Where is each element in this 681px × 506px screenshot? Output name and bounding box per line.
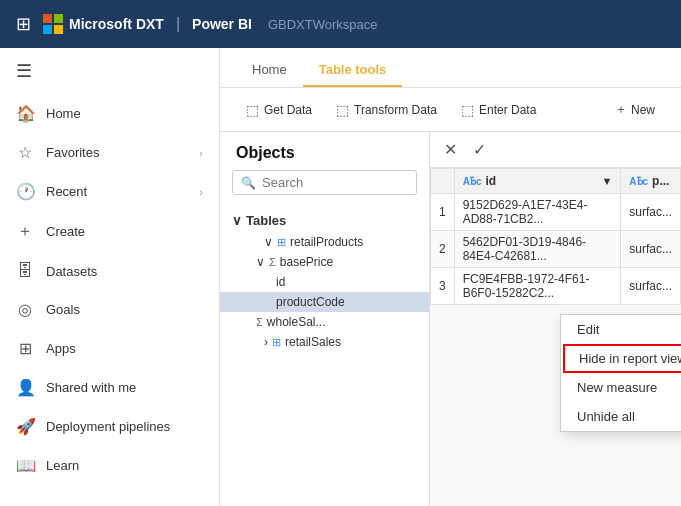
cell-id-3: FC9E4FBB-1972-4F61-B6F0-15282C2... [454,268,621,305]
sigma-icon-ws: Σ [256,316,263,328]
learn-icon: 📖 [16,456,34,475]
row-num: 3 [431,268,455,305]
new-button[interactable]: ＋ New [605,96,665,123]
transform-icon: ⬚ [336,102,349,118]
abc-icon-p: Aƀc [629,176,648,187]
apps-icon: ⊞ [16,339,34,358]
brand-name: Microsoft DXT [69,16,164,32]
tree-id[interactable]: id [220,272,429,292]
tree-retail-sales[interactable]: › ⊞ retailSales [220,332,429,352]
table-row: 3 FC9E4FBB-1972-4F61-B6F0-15282C2... sur… [431,268,681,305]
table-icon-rp: ⊞ [277,236,286,249]
base-price-label: basePrice [280,255,333,269]
deployment-icon: 🚀 [16,417,34,436]
datasets-icon: 🗄 [16,262,34,280]
shared-icon: 👤 [16,378,34,397]
context-menu: Edit Hide in report view New measure Unh… [560,314,681,432]
tree-product-code[interactable]: productCode [220,292,429,312]
panel-split: Objects 🔍 ∨ Tables ∨ ⊞ retailProducts [220,132,681,506]
chevron-right-icon-recent: › [199,186,203,198]
home-icon: 🏠 [16,104,34,123]
confirm-button[interactable]: ✓ [469,138,490,161]
tree-base-price[interactable]: ∨ Σ basePrice [220,252,429,272]
tree-wholesale[interactable]: Σ wholeSal... [220,312,429,332]
tree-section: ∨ Tables ∨ ⊞ retailProducts ∨ Σ basePric… [220,205,429,356]
sidebar-item-goals[interactable]: ◎ Goals [0,290,219,329]
chevron-down-icon-bp: ∨ [256,255,265,269]
enter-data-button[interactable]: ⬚ Enter Data [451,97,546,123]
main-layout: ☰ 🏠 Home ☆ Favorites › 🕐 Recent › ＋ Crea… [0,48,681,506]
sidebar-item-datasets[interactable]: 🗄 Datasets [0,252,219,290]
get-data-label: Get Data [264,103,312,117]
col-dropdown-icon[interactable]: ▼ [601,175,612,187]
tree-retail-products[interactable]: ∨ ⊞ retailProducts [220,232,429,252]
p-col-label: p... [652,174,669,188]
table-row: 1 9152D629-A1E7-43E4-AD88-71CB2... surfa… [431,194,681,231]
tables-label: Tables [246,213,286,228]
id-col-header[interactable]: Aƀc id ▼ [454,169,621,194]
sidebar-item-recent[interactable]: 🕐 Recent › [0,172,219,211]
sidebar-item-deployment[interactable]: 🚀 Deployment pipelines [0,407,219,446]
objects-search-container[interactable]: 🔍 [232,170,417,195]
toolbar: ⬚ Get Data ⬚ Transform Data ⬚ Enter Data… [220,88,681,132]
search-icon: 🔍 [241,176,256,190]
transform-label: Transform Data [354,103,437,117]
row-num-col [431,169,455,194]
transform-data-button[interactable]: ⬚ Transform Data [326,97,447,123]
new-plus-icon: ＋ [615,101,627,118]
context-new-measure[interactable]: New measure [561,373,681,402]
workspace-name: GBDXTWorkspace [268,17,378,32]
favorites-icon: ☆ [16,143,34,162]
sidebar-label-learn: Learn [46,458,79,473]
p-col-header[interactable]: Aƀc p... [621,169,681,194]
sidebar-item-learn[interactable]: 📖 Learn [0,446,219,485]
objects-panel: Objects 🔍 ∨ Tables ∨ ⊞ retailProducts [220,132,430,506]
goals-icon: ◎ [16,300,34,319]
search-input[interactable] [262,175,408,190]
sidebar-item-shared[interactable]: 👤 Shared with me [0,368,219,407]
objects-title: Objects [220,132,429,170]
context-unhide-all[interactable]: Unhide all [561,402,681,431]
sidebar-item-home[interactable]: 🏠 Home [0,94,219,133]
wholesale-label: wholeSal... [267,315,326,329]
sidebar-label-goals: Goals [46,302,80,317]
get-data-button[interactable]: ⬚ Get Data [236,97,322,123]
sidebar-label-favorites: Favorites [46,145,99,160]
new-label: New [631,103,655,117]
context-edit[interactable]: Edit [561,315,681,344]
close-button[interactable]: ✕ [440,138,461,161]
row-num: 1 [431,194,455,231]
sidebar-label-apps: Apps [46,341,76,356]
waffle-icon[interactable]: ⊞ [12,9,35,39]
tabs-bar: Home Table tools [220,48,681,88]
header-bar: ⊞ Microsoft DXT | Power BI GBDXTWorkspac… [0,0,681,48]
recent-icon: 🕐 [16,182,34,201]
sidebar-label-deployment: Deployment pipelines [46,419,170,434]
cell-p-1: surfac... [621,194,681,231]
sidebar-item-apps[interactable]: ⊞ Apps [0,329,219,368]
tab-home[interactable]: Home [236,54,303,87]
id-col-label: id [485,174,496,188]
chevron-right-icon: › [199,147,203,159]
sigma-icon-bp: Σ [269,256,276,268]
tab-table-tools[interactable]: Table tools [303,54,403,87]
context-hide-report-view[interactable]: Hide in report view [563,344,681,373]
sidebar-item-favorites[interactable]: ☆ Favorites › [0,133,219,172]
row-num: 2 [431,231,455,268]
enter-data-label: Enter Data [479,103,536,117]
cell-p-2: surfac... [621,231,681,268]
microsoft-logo [43,14,63,34]
sidebar-label-shared: Shared with me [46,380,136,395]
sidebar-label-create: Create [46,224,85,239]
table-row: 2 5462DF01-3D19-4846-84E4-C42681... surf… [431,231,681,268]
sidebar-toggle[interactable]: ☰ [0,48,219,94]
id-label: id [276,275,285,289]
sidebar-label-datasets: Datasets [46,264,97,279]
app-name: Power BI [192,16,252,32]
sidebar-label-recent: Recent [46,184,87,199]
sidebar-item-create[interactable]: ＋ Create [0,211,219,252]
tables-header[interactable]: ∨ Tables [220,209,429,232]
data-panel: ✕ ✓ Aƀc id ▼ [430,132,681,506]
content-area: Home Table tools ⬚ Get Data ⬚ Transform … [220,48,681,506]
chevron-right-icon-rs: › [264,335,268,349]
